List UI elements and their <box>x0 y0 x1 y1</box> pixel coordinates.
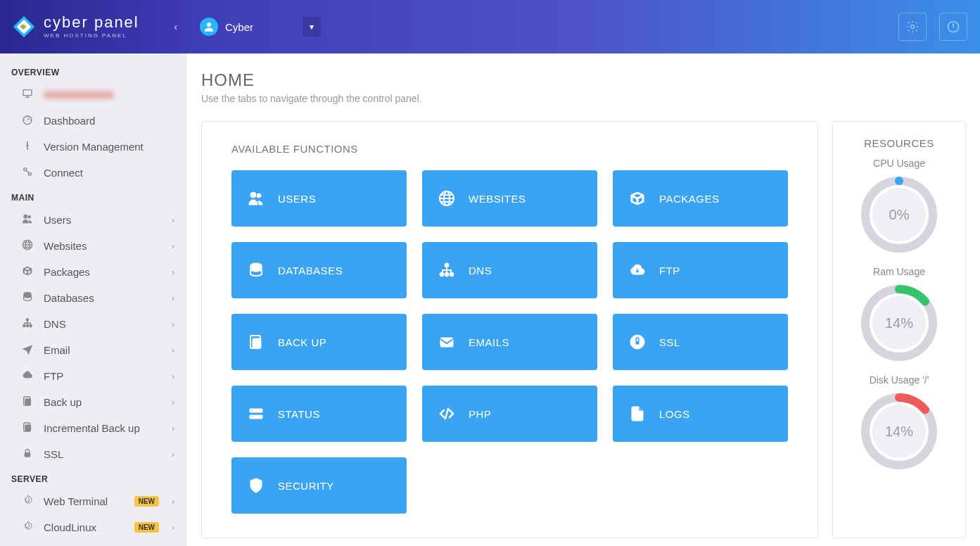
gauge-value: 14% <box>885 424 913 440</box>
sidebar-item-users[interactable]: Users› <box>0 207 187 233</box>
tile-label: EMAILS <box>469 336 509 348</box>
sidebar-item-databases[interactable]: Databases› <box>0 285 187 311</box>
database-icon <box>247 262 265 279</box>
gauge-label: CPU Usage <box>846 158 953 169</box>
sidebar-item-version-management[interactable]: Version Management <box>0 134 187 160</box>
sidebar-group-title: OVERVIEW <box>0 61 187 82</box>
flame-icon <box>21 495 34 508</box>
settings-button[interactable] <box>898 13 927 41</box>
tile-label: WEBSITES <box>469 193 526 205</box>
ftp-icon <box>628 262 647 279</box>
sidebar-item-connect[interactable]: Connect <box>0 160 187 186</box>
dns-icon <box>438 262 456 279</box>
sidebar-item-websites[interactable]: Websites› <box>0 233 187 259</box>
gauge-chart: 14% <box>860 393 938 470</box>
tile-label: PACKAGES <box>659 193 719 205</box>
security-icon <box>247 477 265 494</box>
new-badge: NEW <box>134 496 159 507</box>
page-subtitle: Use the tabs to navigate through the con… <box>201 93 966 104</box>
tile-dns[interactable]: DNS <box>422 242 597 298</box>
tile-status[interactable]: STATUS <box>231 386 407 442</box>
backup-icon <box>21 395 34 409</box>
php-icon <box>438 405 456 422</box>
tile-emails[interactable]: EMAILS <box>422 314 597 370</box>
chevron-right-icon: › <box>172 523 174 533</box>
logo-icon <box>11 14 37 39</box>
email-icon <box>21 343 34 357</box>
tile-php[interactable]: PHP <box>422 386 597 442</box>
monitor-icon <box>21 88 34 101</box>
sidebar-item-label: Back up <box>44 396 162 408</box>
sidebar-group-title: SERVER <box>0 467 187 488</box>
sidebar-item-back-up[interactable]: Back up› <box>0 389 187 415</box>
sidebar-item-label: Databases <box>44 292 162 304</box>
topbar: Cyber ▾ <box>187 0 980 53</box>
sidebar-item-label: Users <box>44 214 162 226</box>
sidebar-item-item[interactable] <box>0 82 187 108</box>
sidebar-item-packages[interactable]: Packages› <box>0 259 187 285</box>
lock-icon <box>21 447 34 461</box>
gauge-chart: 14% <box>860 284 938 362</box>
sidebar-item-dashboard[interactable]: Dashboard <box>0 108 187 134</box>
power-button[interactable] <box>939 13 967 41</box>
sidebar-item-label: CloudLinux <box>44 521 125 533</box>
gauge-value: 14% <box>885 315 913 331</box>
resources-panel: RESOURCES CPU Usage0%Ram Usage14%Disk Us… <box>832 121 966 538</box>
packages-icon <box>21 265 34 279</box>
sidebar-item-cloudlinux[interactable]: CloudLinuxNEW› <box>0 514 187 540</box>
sidebar-item-ftp[interactable]: FTP› <box>0 363 187 389</box>
sidebar-collapse-button[interactable]: ‹ <box>174 21 177 32</box>
user-menu[interactable]: Cyber ▾ <box>200 17 321 37</box>
tile-label: STATUS <box>278 408 320 420</box>
sidebar-group-title: MAIN <box>0 186 187 207</box>
users-icon <box>247 190 265 207</box>
sidebar-item-label: Websites <box>44 240 162 252</box>
backup-icon <box>21 421 34 435</box>
brand-tagline: WEB HOSTING PANEL <box>44 32 139 39</box>
tile-websites[interactable]: WEBSITES <box>422 170 597 227</box>
sidebar-item-email[interactable]: Email› <box>0 337 187 363</box>
chevron-right-icon: › <box>172 345 174 355</box>
new-badge: NEW <box>134 522 159 533</box>
functions-title: AVAILABLE FUNCTIONS <box>231 143 788 155</box>
sidebar-item-label: Connect <box>44 167 174 179</box>
tile-logs[interactable]: LOGS <box>613 386 788 442</box>
sidebar-item-ssl[interactable]: SSL› <box>0 441 187 467</box>
tile-packages[interactable]: PACKAGES <box>613 170 788 227</box>
tile-label: BACK UP <box>278 336 326 348</box>
gauge-label: Disk Usage '/' <box>846 374 953 386</box>
user-avatar-icon <box>200 18 218 36</box>
tile-label: PHP <box>469 408 491 420</box>
tile-security[interactable]: SECURITY <box>231 457 407 514</box>
user-menu-caret[interactable]: ▾ <box>303 17 321 37</box>
chevron-right-icon: › <box>172 372 174 381</box>
gauge-cpu-usage: CPU Usage0% <box>846 158 953 253</box>
brand-name: cyber panel <box>44 15 139 30</box>
logs-icon <box>628 405 647 422</box>
globe-icon <box>21 239 34 253</box>
database-icon <box>21 291 34 305</box>
packages-icon <box>628 190 647 207</box>
dashboard-icon <box>21 114 34 127</box>
sidebar-item-label: Dashboard <box>44 115 174 127</box>
gauge-disk-usage-: Disk Usage '/'14% <box>846 374 953 470</box>
tile-databases[interactable]: DATABASES <box>231 242 407 298</box>
tile-ssl[interactable]: SSL <box>613 314 788 370</box>
user-name: Cyber <box>225 21 253 33</box>
sidebar-item-incremental-back-up[interactable]: Incremental Back up› <box>0 415 187 441</box>
connect-icon <box>21 166 34 179</box>
tile-back-up[interactable]: BACK UP <box>231 314 407 370</box>
tile-users[interactable]: USERS <box>231 170 407 227</box>
chevron-right-icon: › <box>172 241 174 251</box>
tile-ftp[interactable]: FTP <box>613 242 788 298</box>
users-icon <box>21 213 34 227</box>
tile-label: FTP <box>659 265 680 277</box>
sidebar-item-dns[interactable]: DNS› <box>0 311 187 337</box>
sidebar-item-web-terminal[interactable]: Web TerminalNEW› <box>0 488 187 514</box>
globe-icon <box>438 190 456 207</box>
page-title: HOME <box>201 70 966 90</box>
gauge-label: Ram Usage <box>846 266 953 277</box>
chevron-right-icon: › <box>172 215 174 225</box>
logo[interactable]: cyber panel WEB HOSTING PANEL <box>11 14 139 39</box>
chevron-right-icon: › <box>172 398 174 407</box>
